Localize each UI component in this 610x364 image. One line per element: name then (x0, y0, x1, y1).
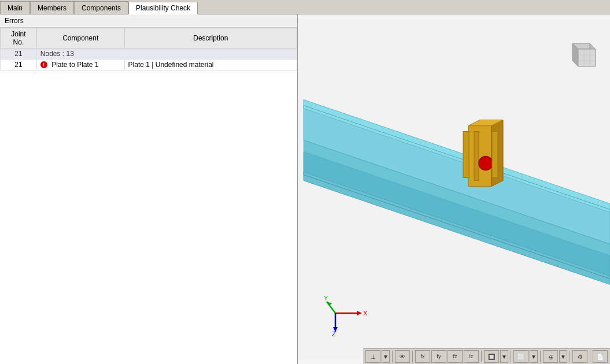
render-mode-btn[interactable]: 🔲 (484, 350, 499, 363)
view-bottom-btn[interactable]: ⊥ (365, 350, 380, 363)
svg-rect-14 (463, 132, 469, 178)
print-dropdown-btn[interactable]: ▼ (559, 350, 567, 363)
table-row[interactable]: 21 Plate to Plate 1 Plate 1 | Undefined … (1, 60, 297, 70)
separator-4 (511, 351, 511, 362)
tab-components[interactable]: Components (74, 1, 128, 14)
svg-rect-15 (492, 132, 498, 178)
coord-z-btn[interactable]: fz (448, 350, 463, 363)
coord-x-btn[interactable]: fx (415, 350, 430, 363)
coord-y-btn[interactable]: fy (431, 350, 446, 363)
component-cell: Plate to Plate 1 (36, 60, 124, 70)
joint-no-cell: 21 (1, 49, 37, 60)
left-panel: Errors JointNo. Component Description 21… (0, 14, 298, 364)
errors-header: Errors (0, 14, 297, 28)
view-eye-btn[interactable]: 👁 (395, 350, 410, 363)
tab-plausibility-check[interactable]: Plausibility Check (128, 2, 198, 14)
col-description: Description (124, 28, 297, 49)
joint-no-cell: 21 (1, 60, 37, 70)
separator-1 (392, 351, 393, 362)
display-mode-btn[interactable]: ⬜ (513, 350, 528, 363)
separator-6 (570, 351, 570, 362)
table-row: 21 Nodes : 13 (1, 49, 297, 60)
main-layout: Errors JointNo. Component Description 21… (0, 14, 610, 364)
cube-navigator[interactable] (564, 38, 598, 72)
errors-table: JointNo. Component Description 21 Nodes … (0, 28, 297, 70)
coord-lz-btn[interactable]: lz (464, 350, 479, 363)
nodes-label: Nodes : 13 (36, 49, 297, 60)
view-dropdown-btn[interactable]: ▼ (382, 350, 390, 363)
description-cell: Plate 1 | Undefined material (124, 60, 297, 70)
tab-main[interactable]: Main (0, 1, 30, 14)
tab-members[interactable]: Members (30, 1, 74, 14)
svg-point-13 (479, 157, 493, 170)
col-component: Component (36, 28, 124, 49)
svg-text:X: X (363, 310, 368, 317)
tab-bar: Main Members Components Plausibility Che… (0, 0, 610, 14)
table-container[interactable]: JointNo. Component Description 21 Nodes … (0, 28, 297, 364)
separator-2 (412, 351, 413, 362)
col-joint-no: JointNo. (1, 28, 37, 49)
error-icon (40, 61, 47, 68)
separator-5 (540, 351, 541, 362)
svg-rect-9 (468, 126, 491, 187)
separator-7 (590, 351, 590, 362)
bottom-toolbar: ⊥ ▼ 👁 fx fy fz lz 🔲 ▼ ⬜ ▼ 🖨 ▼ ⚙ 📄 (363, 348, 610, 364)
svg-rect-12 (474, 132, 479, 181)
svg-marker-19 (578, 49, 596, 66)
display-dropdown-btn[interactable]: ▼ (530, 350, 538, 363)
axis-indicator: X Y Z (324, 296, 370, 338)
component-label: Plate to Plate 1 (51, 61, 98, 69)
print-btn[interactable]: 🖨 (543, 350, 558, 363)
svg-text:Y: Y (324, 296, 328, 302)
viewport[interactable]: X Y Z ⊥ ▼ 👁 fx fy fz lz 🔲 ▼ (298, 14, 610, 364)
separator-3 (481, 351, 482, 362)
render-dropdown-btn[interactable]: ▼ (500, 350, 508, 363)
svg-text:Z: Z (332, 330, 336, 336)
settings-btn[interactable]: ⚙ (572, 350, 587, 363)
new-window-btn[interactable]: 📄 (593, 350, 608, 363)
svg-marker-30 (357, 311, 361, 315)
